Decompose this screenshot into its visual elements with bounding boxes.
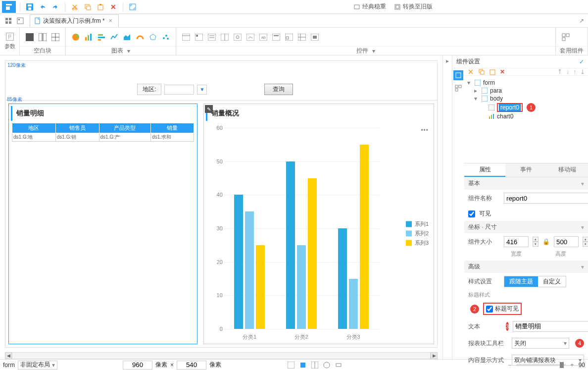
hbar-chart-icon[interactable] [97, 32, 106, 42]
paste-icon[interactable] [489, 68, 496, 75]
tab-mobile[interactable]: 移动端 [547, 163, 588, 177]
widget-4-icon[interactable] [220, 32, 230, 42]
title-visible-checkbox[interactable] [486, 306, 493, 313]
annotation-1: 1 [527, 103, 536, 112]
query-button[interactable]: 查询 [264, 84, 293, 95]
save-icon[interactable] [24, 1, 35, 12]
tree-node-report0[interactable]: report01 [467, 103, 585, 112]
delete-icon[interactable]: ✕ [108, 1, 119, 12]
undo-icon[interactable] [37, 1, 48, 12]
style-segment[interactable]: 跟随主题 自定义 [504, 276, 566, 287]
sb-icon-2[interactable] [298, 361, 307, 370]
pin-icon[interactable]: ✓ [579, 58, 584, 65]
side-tab-1[interactable] [453, 70, 463, 80]
side-tab-2[interactable] [453, 83, 463, 93]
section-advanced[interactable]: 高级▾ [464, 261, 588, 273]
chart-more-icon[interactable]: ••• [421, 127, 429, 134]
area-chart-icon[interactable] [122, 32, 132, 42]
tab-event[interactable]: 事件 [505, 163, 546, 177]
widget-9-icon[interactable] [284, 32, 294, 42]
edit-badge-icon[interactable]: ✎ [205, 105, 213, 113]
sb-icon-1[interactable] [287, 361, 295, 370]
switch-old-button[interactable]: 转换至旧版 [391, 1, 436, 12]
section-coord[interactable]: 坐标 · 尺寸▾ [464, 221, 588, 233]
width-status-input[interactable] [123, 361, 152, 370]
width-input[interactable] [504, 236, 529, 247]
sb-icon-3[interactable] [310, 361, 319, 370]
block-solid-icon[interactable] [25, 32, 35, 42]
tab-close-icon[interactable]: × [107, 17, 114, 24]
grid-view-icon[interactable] [4, 16, 13, 25]
zoom-out-icon[interactable]: − [505, 361, 514, 370]
tab-attr[interactable]: 属性 [464, 163, 505, 177]
expand-icon[interactable] [127, 1, 138, 12]
params-panel-toggle[interactable]: P 参数 [0, 28, 20, 55]
classic-theme-button[interactable]: 经典稳重 [350, 1, 389, 12]
tree-node-body[interactable]: ▾body [467, 95, 585, 103]
widget-3-icon[interactable] [207, 32, 217, 42]
widget-2-icon[interactable] [194, 32, 204, 42]
layout-dropdown[interactable]: 非固定布局▾ [18, 361, 57, 370]
lock-icon[interactable]: 🔒 [542, 238, 550, 245]
app-logo[interactable] [2, 1, 16, 13]
widget-8-icon[interactable] [271, 32, 281, 42]
copy-icon[interactable] [82, 1, 93, 12]
tab-expand-icon[interactable]: ↗ [579, 17, 584, 24]
height-status-input[interactable] [177, 361, 206, 370]
widget-11-icon[interactable] [310, 32, 320, 42]
block-split-icon[interactable] [38, 32, 48, 42]
cut-icon[interactable] [69, 1, 80, 12]
form-view-icon[interactable] [16, 16, 25, 25]
reuse-icon[interactable] [561, 32, 571, 42]
tree-node-form[interactable]: ▾form [467, 79, 585, 87]
svg-rect-9 [98, 5, 103, 10]
widget-10-icon[interactable] [297, 32, 307, 42]
toolbar-dropdown[interactable]: 关闭▾ [512, 338, 569, 349]
panel-collapse-icon[interactable]: ▸ [443, 55, 452, 359]
section-basic[interactable]: 基本▾ [464, 177, 588, 190]
paste-icon[interactable] [95, 1, 106, 12]
region-input[interactable] [164, 85, 194, 95]
pie-chart-icon[interactable] [71, 32, 81, 42]
h-scrollbar[interactable]: ◀▶ [5, 352, 438, 359]
tab-bar: 决策报表入门示例.frm * × ↗ [0, 14, 588, 28]
sb-icon-4[interactable] [322, 361, 331, 370]
height-input[interactable] [554, 236, 579, 247]
svg-rect-64 [562, 38, 565, 41]
scatter-chart-icon[interactable] [161, 32, 171, 42]
gauge-chart-icon[interactable] [135, 32, 145, 42]
chevron-down-icon[interactable]: ▾ [372, 48, 375, 54]
chart-card[interactable]: ✎ 销量概况 ••• 0102030405060 分类1分类2分类3 系列1系列… [203, 104, 434, 344]
zoom-in-icon[interactable]: + [568, 361, 577, 370]
widget-7-icon[interactable]: ab [258, 32, 268, 42]
widget-5-icon[interactable] [233, 32, 243, 42]
move-down-icon[interactable]: ↓ [566, 68, 569, 75]
file-tab[interactable]: 决策报表入门示例.frm * × [30, 14, 119, 27]
region-dropdown-icon[interactable]: ▼ [197, 85, 207, 95]
move-bottom-icon[interactable]: ⤓ [580, 68, 585, 75]
canvas-area: 120像素 地区: ▼ 查询 85像素 销量明细 地区 [0, 55, 443, 359]
cut-icon[interactable] [467, 68, 474, 75]
tree-node-chart0[interactable]: chart0 [467, 112, 585, 120]
block-grid-icon[interactable] [50, 32, 60, 42]
radar-chart-icon[interactable] [148, 32, 158, 42]
comp-name-input[interactable] [504, 193, 588, 204]
bar-chart-icon[interactable] [84, 32, 94, 42]
chevron-down-icon[interactable]: ▾ [127, 48, 130, 54]
param-height-label: 120像素 [7, 62, 26, 69]
delete-icon[interactable]: ✕ [500, 68, 505, 75]
widget-6-icon[interactable] [245, 32, 255, 42]
sb-icon-5[interactable] [334, 361, 343, 370]
status-form: form [3, 362, 15, 369]
redo-icon[interactable] [50, 1, 61, 12]
tree-node-para[interactable]: ▸para [467, 87, 585, 95]
copy-icon[interactable] [478, 68, 485, 75]
zoom-slider[interactable] [516, 364, 566, 366]
report-card[interactable]: 85像素 销量明细 地区 销售员 产品类型 销量 ds1.G:地 [8, 104, 197, 344]
visible-checkbox[interactable] [468, 211, 475, 217]
title-text-input[interactable] [513, 321, 588, 332]
move-top-icon[interactable]: ⤒ [557, 68, 562, 75]
move-up-icon[interactable]: ↑ [573, 68, 576, 75]
widget-1-icon[interactable] [181, 32, 191, 42]
line-chart-icon[interactable] [109, 32, 119, 42]
